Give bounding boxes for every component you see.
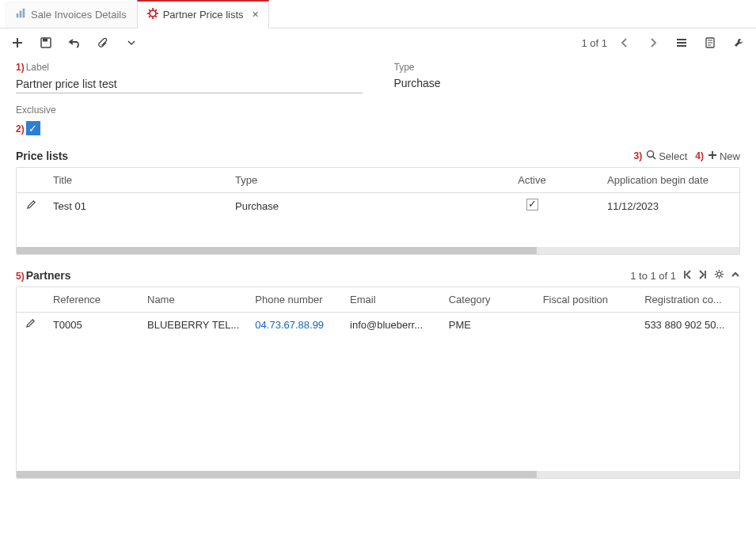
annotation-3: 3) [634, 150, 643, 161]
svg-rect-0 [17, 13, 19, 17]
next-button[interactable] [647, 36, 659, 49]
attachment-button[interactable] [97, 36, 109, 49]
col-fiscal[interactable]: Fiscal position [535, 287, 637, 313]
svg-line-25 [721, 271, 722, 271]
col-category[interactable]: Category [441, 287, 535, 313]
tab-label: Sale Invoices Details [31, 9, 127, 21]
edit-row-button[interactable] [17, 193, 45, 219]
new-action[interactable]: 4) New [695, 150, 740, 162]
cell-begin: 11/12/2023 [599, 193, 739, 219]
gear-icon[interactable] [714, 269, 724, 282]
cell-fiscal [535, 313, 637, 337]
cell-phone[interactable]: 04.73.67.88.99 [255, 319, 324, 331]
cell-email: info@blueberr... [350, 319, 423, 331]
last-page-button[interactable] [698, 270, 708, 282]
save-button[interactable] [40, 36, 52, 49]
type-caption: Type [394, 62, 741, 73]
tab-label: Partner Price lists [163, 9, 244, 21]
label-input[interactable] [16, 75, 363, 93]
svg-point-15 [648, 151, 654, 157]
col-regco[interactable]: Registration co... [636, 287, 739, 313]
list-view-button[interactable] [675, 36, 688, 49]
partners-title: Partners [26, 269, 71, 282]
svg-line-8 [149, 9, 150, 11]
tab-sale-invoices-details[interactable]: Sale Invoices Details [5, 1, 137, 28]
select-label: Select [659, 150, 687, 162]
record-counter: 1 of 1 [581, 37, 607, 49]
cell-name: BLUEBERRY TEL... [147, 319, 239, 331]
col-active[interactable]: Active [465, 168, 599, 193]
horizontal-scrollbar[interactable] [17, 471, 739, 478]
plus-icon [708, 150, 717, 162]
svg-rect-2 [23, 9, 25, 17]
annotation-5: 5) [16, 271, 25, 282]
label-caption: Label [26, 62, 49, 73]
annotation-2: 2) [16, 123, 25, 135]
col-email[interactable]: Email [342, 287, 441, 313]
collapse-icon[interactable] [731, 270, 740, 282]
prev-button[interactable] [618, 36, 631, 49]
cell-title: Test 01 [45, 193, 227, 219]
col-reference[interactable]: Reference [45, 287, 139, 313]
col-title[interactable]: Title [45, 168, 227, 193]
wrench-button[interactable] [732, 36, 745, 49]
new-label: New [720, 150, 740, 162]
svg-line-16 [653, 157, 656, 160]
svg-point-3 [150, 10, 156, 17]
svg-line-22 [716, 271, 716, 271]
close-icon[interactable]: ✕ [252, 9, 259, 20]
tab-partner-price-lists[interactable]: Partner Price lists ✕ [137, 0, 269, 28]
col-begin[interactable]: Application begin date [599, 168, 739, 193]
table-row[interactable]: Test 01 Purchase 11/12/2023 [17, 193, 739, 219]
gear-icon [147, 8, 158, 21]
partners-counter: 1 to 1 of 1 [630, 270, 676, 282]
svg-line-23 [721, 276, 722, 277]
add-button[interactable] [11, 36, 24, 49]
cell-type: Purchase [227, 193, 465, 219]
col-phone[interactable]: Phone number [247, 287, 342, 313]
cell-reference: T0005 [45, 313, 139, 337]
svg-line-11 [155, 9, 157, 11]
cell-category: PME [441, 313, 535, 337]
horizontal-scrollbar[interactable] [17, 247, 739, 254]
dropdown-caret-icon[interactable] [125, 36, 138, 49]
price-lists-title: Price lists [16, 150, 68, 162]
edit-row-button[interactable] [17, 313, 45, 337]
active-checkbox[interactable] [526, 199, 538, 211]
document-button[interactable] [704, 36, 716, 49]
svg-line-24 [716, 276, 716, 277]
select-action[interactable]: 3) Select [634, 150, 688, 162]
undo-button[interactable] [68, 36, 81, 49]
svg-line-9 [155, 16, 157, 17]
first-page-button[interactable] [682, 270, 692, 282]
table-row[interactable]: T0005 BLUEBERRY TEL... 04.73.67.88.99 in… [17, 313, 739, 337]
svg-line-10 [149, 16, 150, 17]
type-value: Purchase [394, 75, 741, 91]
svg-rect-1 [20, 11, 22, 18]
annotation-1: 1) [16, 62, 25, 73]
bar-chart-icon [15, 8, 26, 21]
svg-rect-13 [43, 39, 47, 42]
exclusive-checkbox[interactable]: ✓ [26, 121, 40, 135]
search-icon [646, 150, 656, 162]
svg-point-17 [717, 272, 721, 276]
annotation-4: 4) [695, 150, 704, 161]
col-name[interactable]: Name [139, 287, 247, 313]
cell-regco: 533 880 902 50... [644, 319, 724, 331]
exclusive-caption: Exclusive [16, 104, 740, 116]
col-type[interactable]: Type [227, 168, 465, 193]
